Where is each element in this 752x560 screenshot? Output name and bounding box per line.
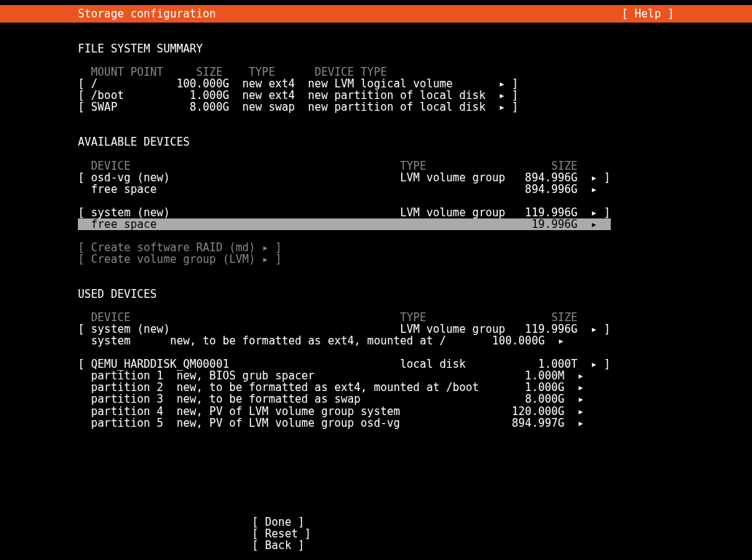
create-lvm-action[interactable]: [ Create volume group (LVM) ▸ ] [78, 253, 282, 266]
triangle-right-icon: ▸ [499, 100, 505, 114]
title-text: Storage configuration [10, 5, 216, 23]
triangle-right-icon: ▸ [558, 334, 564, 347]
triangle-right-icon: ▸ [590, 358, 597, 371]
available-heading: AVAILABLE DEVICES [78, 135, 190, 149]
content-area: FILE SYSTEM SUMMARY MOUNT POINT SIZE TYP… [0, 23, 752, 429]
title-bar: Storage configuration [ Help ] [0, 5, 752, 23]
fs-row-swap[interactable]: [ SWAP 8.000G new swap new partition of … [78, 100, 518, 114]
avail-system-free-selected[interactable]: free space 19.996G ▸ [78, 218, 611, 230]
used-system-vol[interactable]: system new, to be formatted as ext4, mou… [78, 334, 564, 347]
used-part5[interactable]: partition 5 new, PV of LVM volume group … [78, 417, 584, 430]
avail-system[interactable]: [ system (new) LVM volume group 119.996G… [78, 206, 611, 219]
avail-osd-free[interactable]: free space 894.996G ▸ [78, 183, 597, 196]
fs-summary-heading: FILE SYSTEM SUMMARY [78, 42, 203, 55]
triangle-right-icon: ▸ [577, 417, 584, 430]
triangle-right-icon: ▸ [590, 323, 597, 336]
triangle-right-icon: ▸ [590, 218, 597, 231]
back-button[interactable]: [ Back ] [252, 539, 304, 552]
triangle-right-icon: ▸ [262, 253, 269, 266]
used-heading: USED DEVICES [78, 288, 157, 301]
help-button[interactable]: [ Help ] [622, 5, 742, 23]
triangle-right-icon: ▸ [590, 183, 597, 196]
footer-buttons: [ Done ] [ Reset ] [ Back ] [0, 516, 752, 551]
